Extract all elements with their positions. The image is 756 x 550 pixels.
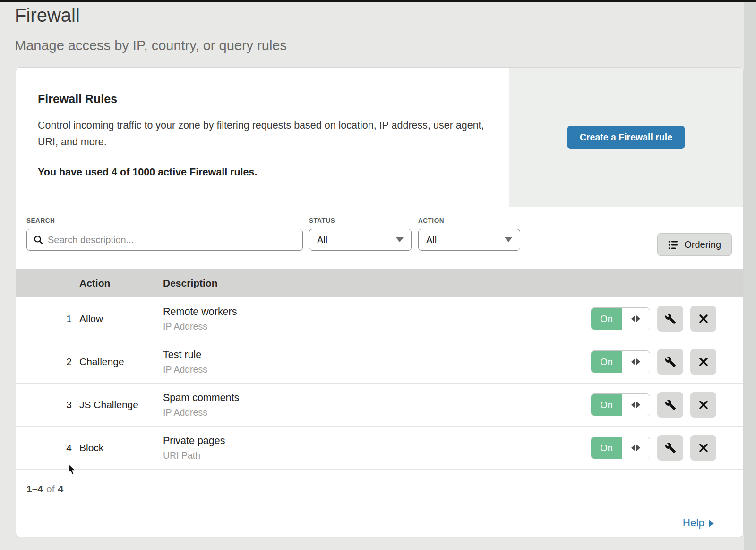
chevron-down-icon: [505, 237, 512, 242]
toggle-arrows-icon[interactable]: [622, 308, 650, 330]
rule-description: Remote workers: [163, 306, 591, 318]
action-select-value: All: [426, 235, 437, 245]
action-filter-group: ACTION All: [418, 217, 520, 251]
overview-usage-text: You have used 4 of 1000 active Firewall …: [38, 166, 490, 178]
rule-controls: On: [591, 349, 743, 375]
overview-description: Control incoming traffic to your zone by…: [38, 117, 484, 150]
toggle-on-state[interactable]: On: [591, 437, 622, 459]
table-header: Action Description: [16, 269, 743, 297]
rule-description: Spam comments: [163, 392, 591, 404]
toggle-arrows-icon[interactable]: [622, 437, 650, 459]
edit-rule-button[interactable]: [657, 306, 683, 332]
search-label: SEARCH: [26, 217, 303, 224]
table-row: 3 JS Challenge Spam comments IP Address …: [16, 383, 743, 426]
wrench-icon: [665, 356, 676, 367]
page-subtitle: Manage access by IP, country, or query r…: [15, 38, 287, 53]
pagination-row: 1–4 of 4: [16, 469, 743, 508]
list-ordering-icon: [668, 240, 679, 249]
filters-bar: SEARCH STATUS All ACTION All: [16, 207, 743, 269]
rule-action: Allow: [79, 313, 163, 324]
rule-description: Private pages: [163, 435, 591, 447]
status-select[interactable]: All: [309, 229, 412, 251]
rule-enabled-toggle[interactable]: On: [591, 437, 650, 459]
toggle-arrows-icon[interactable]: [622, 351, 650, 373]
rule-action: Block: [79, 442, 163, 454]
rule-priority: 4: [16, 442, 79, 454]
action-column-header: Action: [79, 278, 163, 289]
overview-text-panel: Firewall Rules Control incoming traffic …: [16, 68, 509, 207]
rule-priority: 3: [16, 399, 79, 410]
pagination-range: 1–4: [26, 483, 43, 495]
rule-match-type: IP Address: [163, 364, 591, 375]
edit-rule-button[interactable]: [657, 392, 683, 418]
status-label: STATUS: [309, 217, 412, 224]
rule-match-type: IP Address: [163, 407, 591, 418]
rule-action: Challenge: [79, 356, 163, 367]
close-icon: [698, 400, 709, 410]
arrow-right-icon: [709, 520, 714, 527]
toggle-on-state[interactable]: On: [591, 351, 622, 373]
overview-action-panel: Create a Firewall rule: [509, 68, 743, 207]
create-firewall-rule-button[interactable]: Create a Firewall rule: [567, 126, 685, 149]
rule-description: Test rule: [163, 349, 591, 361]
rule-enabled-toggle[interactable]: On: [591, 393, 650, 416]
delete-rule-button[interactable]: [690, 435, 716, 461]
window-right-edge: [744, 0, 756, 550]
overview-section: Firewall Rules Control incoming traffic …: [16, 68, 743, 207]
rule-controls: On: [591, 435, 743, 461]
search-icon: [34, 235, 43, 244]
status-select-value: All: [317, 235, 327, 245]
close-icon: [698, 314, 709, 324]
wrench-icon: [665, 399, 676, 410]
delete-rule-button[interactable]: [690, 349, 716, 375]
rule-enabled-toggle[interactable]: On: [591, 307, 650, 330]
rule-priority: 2: [16, 356, 79, 367]
search-filter-group: SEARCH: [26, 217, 303, 251]
help-link-label: Help: [683, 517, 704, 529]
table-row: 1 Allow Remote workers IP Address On: [16, 297, 743, 340]
rule-priority: 1: [16, 313, 79, 324]
overview-heading: Firewall Rules: [38, 92, 490, 106]
page-title: Firewall: [15, 5, 80, 26]
table-row: 4 Block Private pages URI Path On: [16, 426, 743, 469]
search-input[interactable]: [48, 235, 296, 245]
edit-rule-button[interactable]: [657, 435, 683, 461]
search-input-wrap[interactable]: [26, 229, 303, 251]
edit-rule-button[interactable]: [657, 349, 683, 375]
status-filter-group: STATUS All: [309, 217, 412, 251]
delete-rule-button[interactable]: [690, 306, 716, 332]
pagination-total: 4: [58, 483, 64, 495]
wrench-icon: [665, 442, 676, 454]
action-label: ACTION: [418, 217, 520, 224]
close-icon: [698, 357, 709, 367]
pagination-of: of: [46, 483, 55, 495]
rule-enabled-toggle[interactable]: On: [591, 350, 650, 373]
help-link[interactable]: Help: [683, 517, 714, 529]
table-row: 2 Challenge Test rule IP Address On: [16, 340, 743, 383]
chevron-down-icon: [396, 237, 404, 242]
ordering-button-label: Ordering: [684, 239, 721, 250]
rule-controls: On: [591, 392, 743, 418]
rule-action: JS Challenge: [79, 399, 163, 410]
wrench-icon: [665, 313, 676, 324]
rule-controls: On: [591, 306, 743, 332]
rule-match-type: URI Path: [163, 450, 591, 461]
rule-match-type: IP Address: [163, 321, 591, 332]
close-icon: [698, 443, 709, 453]
action-select[interactable]: All: [418, 229, 520, 251]
toggle-on-state[interactable]: On: [591, 394, 622, 416]
description-column-header: Description: [163, 278, 743, 289]
window-top-edge: [0, 0, 756, 2]
help-row: Help: [16, 508, 743, 537]
toggle-on-state[interactable]: On: [591, 308, 622, 330]
delete-rule-button[interactable]: [690, 392, 716, 418]
ordering-button[interactable]: Ordering: [657, 233, 732, 256]
firewall-rules-card: Firewall Rules Control incoming traffic …: [16, 67, 744, 537]
toggle-arrows-icon[interactable]: [622, 394, 650, 416]
